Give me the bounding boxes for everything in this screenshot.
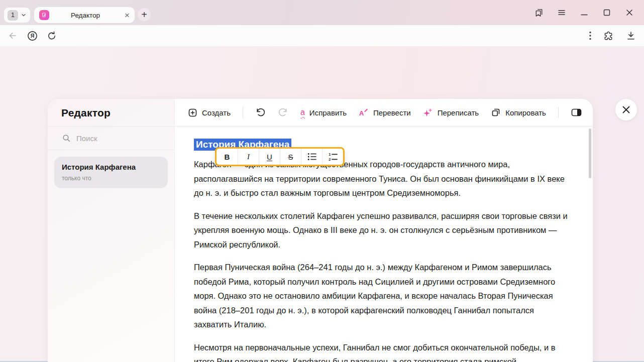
strikethrough-button[interactable]: S [280,149,301,165]
fix-icon: a [300,108,305,117]
close-icon [621,105,631,114]
bookmarks-panel-icon[interactable] [534,8,544,17]
window-maximize-icon[interactable] [602,8,611,17]
bullet-list-icon [307,152,317,161]
sidebar: Редактор История Карфагена только что [48,99,175,362]
back-icon[interactable] [7,30,18,41]
svg-text:1: 1 [329,152,331,157]
reload-icon[interactable] [47,31,57,41]
side-panel-toggle-button[interactable] [571,107,582,117]
svg-text:2: 2 [329,157,331,161]
translate-button[interactable]: A Перевести [359,107,411,117]
close-editor-button[interactable] [615,99,637,120]
editor-toolbar: Создать a Исправить [175,99,593,127]
paragraph[interactable]: В течение нескольких столетий Карфаген у… [194,209,574,252]
fix-button[interactable]: a Исправить [300,108,347,117]
redo-icon [278,107,288,118]
tab-group-count: 1 [8,10,18,21]
browser-navbar: Я Y neuro-editor Редактор [0,25,644,46]
create-button[interactable]: Создать [188,108,231,117]
toolbar-divider [558,107,559,118]
tab-group-button[interactable]: 1 [4,8,30,23]
paragraph[interactable]: Первая Пуническая война (264–241 годы до… [194,260,574,332]
tab-close-icon[interactable]: × [125,11,130,20]
browser-menu-icon[interactable] [557,8,566,17]
search-row[interactable] [48,127,174,150]
search-icon [62,134,71,143]
extensions-icon[interactable] [603,31,614,41]
copy-button[interactable]: Копировать [491,107,546,117]
editor-favicon-icon [39,10,49,20]
svg-text:A: A [359,109,364,117]
browser-titlebar: 1 Редактор × + [0,0,644,25]
format-toolbar: B I U S 12 [215,147,345,166]
note-time: только что [62,175,160,182]
editor-app-card: Редактор История Карфагена только что [48,99,593,362]
side-panel-icon [571,107,582,117]
translate-icon: A [359,107,369,117]
sparkles-icon [423,107,433,117]
browser-tab-editor[interactable]: Редактор × [34,7,135,23]
page-background: Редактор История Карфагена только что [0,46,644,362]
undo-icon [255,107,266,118]
paragraph[interactable]: Несмотря на первоначальные успехи, Ганни… [194,340,574,362]
more-options-icon[interactable] [589,31,591,40]
yandex-icon[interactable]: Я [27,30,38,42]
create-icon [188,108,197,117]
bold-button[interactable]: B [217,149,238,165]
toolbar-divider [243,107,243,118]
tab-title: Редактор [49,12,122,19]
redo-button[interactable] [278,107,288,118]
copy-icon [491,107,501,117]
window-close-icon[interactable] [625,8,634,17]
chevron-down-icon [21,12,27,18]
main-area: Создать a Исправить [175,99,593,362]
window-minimize-icon[interactable] [580,8,589,17]
undo-button[interactable] [255,107,266,118]
document-editor[interactable]: История Карфагена B I U S 12 Карфаген — … [175,127,593,362]
search-input[interactable] [76,134,152,143]
note-list-item[interactable]: История Карфагена только что [54,157,168,188]
svg-text:Я: Я [31,33,35,39]
underline-button[interactable]: U [259,149,280,165]
italic-button[interactable]: I [238,149,259,165]
downloads-icon[interactable] [626,31,636,41]
note-title: История Карфагена [62,163,160,171]
app-title: Редактор [48,99,174,127]
scrollbar-thumb[interactable] [589,129,591,178]
numbered-list-button[interactable]: 12 [322,149,343,165]
bullet-list-button[interactable] [301,149,322,165]
numbered-list-icon: 12 [328,152,338,161]
rewrite-button[interactable]: Переписать [423,107,479,117]
new-tab-button[interactable]: + [138,8,151,21]
